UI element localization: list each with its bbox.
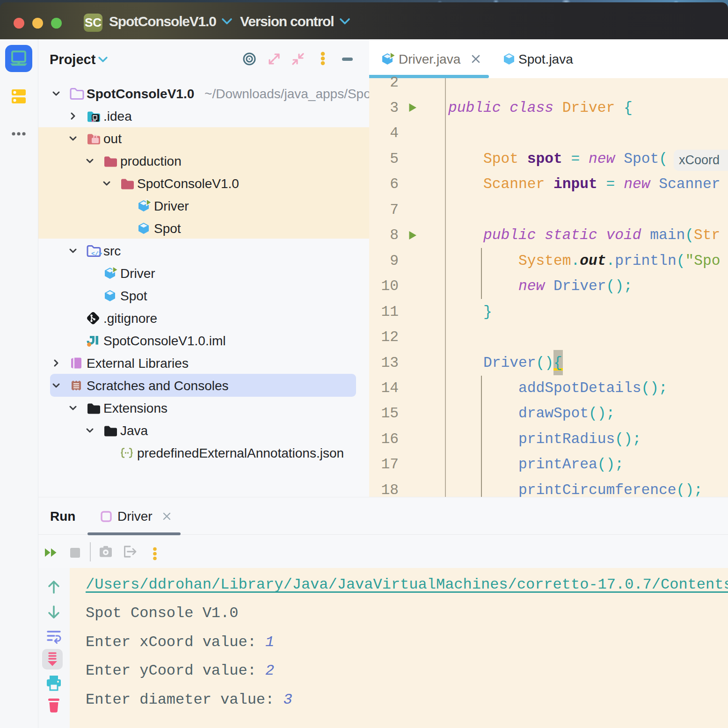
svg-text:</>: </> xyxy=(91,250,102,257)
